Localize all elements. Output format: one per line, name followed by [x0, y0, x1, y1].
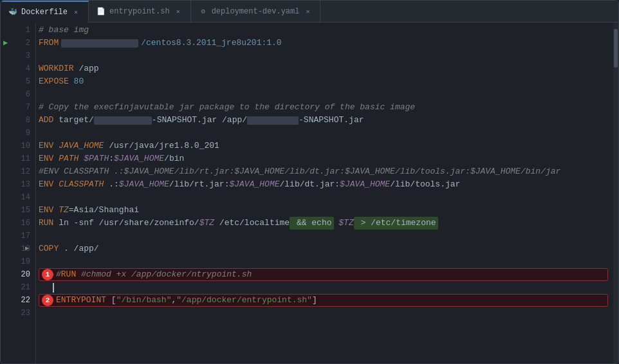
code-line-14: [39, 191, 613, 204]
code-line-2: FROM /centos8.3.2011_jre8u201:1.0: [39, 37, 613, 50]
cursor: [53, 283, 54, 293]
line-num-18: 18 ▶: [1, 242, 35, 255]
line-num-3: 3: [1, 50, 35, 62]
line-10-val: /usr/java/jre1.8.0_201: [104, 140, 219, 152]
line-16-tz2: $TZ: [334, 217, 354, 230]
code-line-3: [39, 50, 613, 62]
code-line-9: [39, 127, 613, 140]
line-num-4: 4: [1, 62, 35, 75]
editor-area: 1 2 ▶ 3 4 5 6 7 8 9 10 11 12 13 14 15 16…: [1, 23, 618, 363]
tab-bar: 🐳 Dockerfile ✕ 📄 entrypoint.sh ✕ ⚙️ depl…: [1, 1, 618, 23]
line-num-21: 21: [1, 281, 35, 294]
code-content[interactable]: # base img FROM /centos8.3.2011_jre8u201…: [36, 23, 613, 363]
line-5-expose: EXPOSE: [39, 75, 69, 88]
code-line-11: ENV PATH $PATH : $JAVA_HOME /bin: [39, 152, 613, 165]
code-line-12: #ENV CLASSPATH .:$JAVA_HOME/lib/rt.jar:$…: [39, 165, 613, 178]
line-13-java2: $JAVA_HOME: [229, 178, 279, 191]
line-8-add: ADD: [39, 114, 53, 127]
line-5-port: 80: [69, 75, 84, 88]
line-8-mid: -SNAPSHOT.jar /app/: [152, 114, 247, 127]
code-line-10: ENV JAVA_HOME /usr/java/jre1.8.0_201: [39, 140, 613, 152]
line-16-path: /etc/localtime: [214, 217, 290, 230]
line-num-14: 14: [1, 191, 35, 204]
line-2-from: FROM: [39, 37, 59, 50]
line-13-env: ENV: [39, 178, 53, 191]
line-15-var: TZ: [53, 204, 68, 217]
code-line-13: ENV CLASSPATH .: $JAVA_HOME /lib/rt.jar:…: [39, 178, 613, 191]
line-10-env: ENV: [39, 140, 53, 152]
line-13-java1: $JAVA_HOME: [119, 178, 169, 191]
line-8-end: -SNAPSHOT.jar: [299, 114, 364, 127]
line-16-tz1: $TZ: [199, 217, 214, 230]
line-18-args: . /app/: [59, 242, 98, 255]
line-18-copy: COPY: [39, 242, 59, 255]
line-num-5: 5: [1, 75, 35, 88]
line-11-path-var: $PATH: [84, 152, 109, 165]
line-num-15: 15: [1, 204, 35, 217]
line-13-var: CLASSPATH: [53, 178, 104, 191]
line-num-1: 1: [1, 24, 35, 37]
tab-dockerfile[interactable]: 🐳 Dockerfile ✕: [1, 1, 89, 23]
line-num-2: 2 ▶: [1, 37, 35, 50]
line-13-java3: $JAVA_HOME: [340, 178, 390, 191]
line-4-path: /app: [74, 62, 99, 75]
line-num-16: 16: [1, 217, 35, 230]
code-line-19: [39, 255, 613, 268]
annotation-1: 1: [42, 269, 53, 280]
line-22-arg2: "/app/docker/entrypoint.sh": [176, 294, 312, 307]
editor-window: 🐳 Dockerfile ✕ 📄 entrypoint.sh ✕ ⚙️ depl…: [0, 0, 619, 364]
tab-dockerfile-close[interactable]: ✕: [71, 8, 80, 17]
line-1-text: # base img: [39, 24, 89, 37]
code-line-6: [39, 88, 613, 101]
line-num-9: 9: [1, 127, 35, 140]
line-8-blurred2: [247, 116, 299, 125]
code-line-17: [39, 230, 613, 242]
line-4-workdir: WORKDIR: [39, 62, 74, 75]
line-10-var: JAVA_HOME: [53, 140, 104, 152]
code-line-1: # base img: [39, 24, 613, 37]
line-12-text: #ENV CLASSPATH .:$JAVA_HOME/lib/rt.jar:$…: [39, 165, 560, 178]
entrypoint-icon: 📄: [97, 7, 106, 16]
tab-entrypoint[interactable]: 📄 entrypoint.sh ✕: [89, 1, 191, 23]
line-num-19: 19: [1, 255, 35, 268]
line-15-val: =Asia/Shanghai: [69, 204, 139, 217]
tab-dockerfile-label: Dockerfile: [21, 8, 68, 17]
dockerfile-icon: 🐳: [8, 8, 17, 17]
line-numbers: 1 2 ▶ 3 4 5 6 7 8 9 10 11 12 13 14 15 16…: [1, 23, 35, 320]
line-16-and: && echo: [290, 217, 333, 230]
scrollbar-thumb: [614, 29, 618, 68]
code-line-18: COPY . /app/: [39, 242, 613, 255]
line-13-dot: .:: [104, 178, 118, 191]
line-13-p3: /lib/tools.jar: [390, 178, 460, 191]
scrollbar[interactable]: [613, 23, 618, 363]
line-22-args: [: [106, 294, 116, 307]
annotation-2: 2: [42, 295, 53, 306]
tab-entrypoint-close[interactable]: ✕: [174, 7, 183, 16]
line-16-cmd: ln -snf /usr/share/zoneinfo/: [53, 217, 199, 230]
line-11-bin: /bin: [164, 152, 184, 165]
line-num-6: 6: [1, 88, 35, 101]
code-line-20: 1 # RUN #chmod +x /app/docker/ntrypoint.…: [39, 268, 608, 281]
code-line-5: EXPOSE 80: [39, 75, 613, 88]
line-11-colon: :: [109, 152, 114, 165]
line-22-arg1: "/bin/bash": [116, 294, 172, 307]
code-line-7: # Copy the execfinjavutable jar package …: [39, 101, 613, 114]
line-15-env: ENV: [39, 204, 53, 217]
code-line-16: RUN ln -snf /usr/share/zoneinfo/ $TZ /et…: [39, 217, 613, 230]
code-line-21: [39, 281, 613, 294]
line-22-comma: ,: [171, 294, 176, 307]
line-22-entrypoint: ENTRYPOINT: [56, 294, 106, 307]
tab-deployment[interactable]: ⚙️ deployment-dev.yaml ✕: [191, 1, 321, 23]
code-line-15: ENV TZ =Asia/Shanghai: [39, 204, 613, 217]
line-20-rest: #chmod +x /app/docker/ntrypoint.sh: [76, 268, 252, 281]
line-gutter: 1 2 ▶ 3 4 5 6 7 8 9 10 11 12 13 14 15 16…: [1, 23, 36, 363]
tab-deployment-label: deployment-dev.yaml: [212, 7, 300, 16]
code-line-23: [39, 307, 613, 320]
line-22-close: ]: [312, 294, 317, 307]
line-20-text: #: [56, 268, 61, 281]
line-2-image: /centos8.3.2011_jre8u201:1.0: [141, 37, 281, 50]
tab-deployment-close[interactable]: ✕: [303, 7, 312, 16]
line-num-17: 17: [1, 230, 35, 242]
code-line-22: 2 ENTRYPOINT [ "/bin/bash" , "/app/docke…: [39, 294, 608, 307]
line-2-blurred: [61, 39, 138, 48]
